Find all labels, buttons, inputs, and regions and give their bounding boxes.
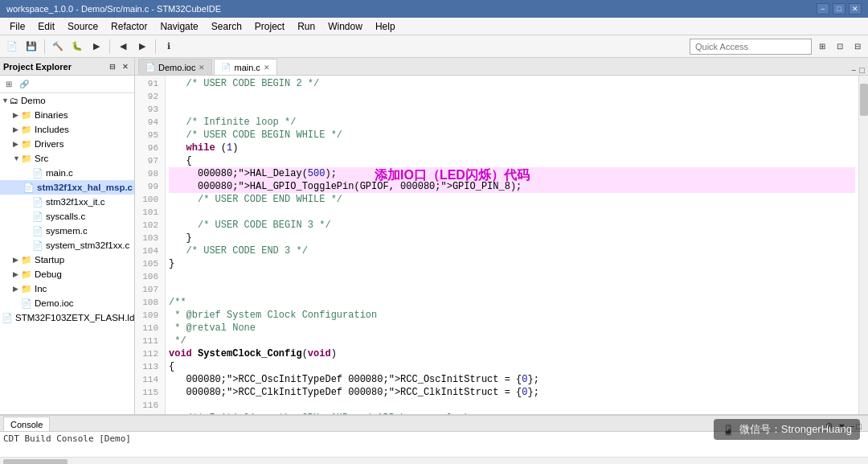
tree-item[interactable]: ▶📁Startup bbox=[0, 253, 134, 267]
code-line: /* USER CODE BEGIN WHILE */ bbox=[169, 129, 855, 142]
run-button[interactable]: ▶ bbox=[88, 38, 105, 55]
tree-arrow: ▶ bbox=[13, 285, 21, 293]
tree-item[interactable]: 📄main.c bbox=[0, 166, 134, 180]
tree-item[interactable]: 📄system_stm32f1xx.c bbox=[0, 238, 134, 253]
view-button-1[interactable]: ⊡ bbox=[833, 39, 847, 54]
tree-item[interactable]: ▶📁Inc bbox=[0, 281, 134, 296]
tree-arrow: ▼ bbox=[2, 96, 10, 105]
debug-button[interactable]: 🐛 bbox=[68, 38, 86, 55]
line-number: 111 bbox=[135, 335, 162, 347]
line-number: 103 bbox=[135, 232, 162, 244]
tree-arrow: ▶ bbox=[13, 140, 21, 148]
tab-close-demo-ioc[interactable]: ✕ bbox=[199, 64, 205, 72]
code-line: } bbox=[169, 257, 855, 270]
line-number: 110 bbox=[135, 322, 162, 335]
tree-label: sysmem.c bbox=[46, 226, 88, 236]
tab-main-c[interactable]: 📄 main.c ✕ bbox=[214, 59, 276, 75]
code-editor[interactable]: /* USER CODE BEGIN 2 */ /* Infinite loop… bbox=[166, 76, 858, 414]
build-button[interactable]: 🔨 bbox=[49, 38, 67, 55]
panel-toolbar: ⊞ 🔗 bbox=[0, 76, 134, 93]
line-number: 113 bbox=[135, 360, 162, 373]
back-button[interactable]: ◀ bbox=[114, 38, 132, 55]
tree-icon: 📄 bbox=[32, 211, 43, 222]
main-area: Project Explorer ⊟ ✕ ⊞ 🔗 ▼🗂Demo▶📁Binarie… bbox=[0, 58, 868, 414]
perspective-button[interactable]: ⊞ bbox=[815, 39, 829, 54]
menu-search[interactable]: Search bbox=[205, 18, 248, 35]
tree-label: syscalls.c bbox=[46, 211, 85, 221]
tree-arrow: ▶ bbox=[13, 270, 21, 278]
tree-item[interactable]: ▶📁Includes bbox=[0, 122, 134, 137]
link-button[interactable]: 🔗 bbox=[17, 77, 31, 92]
line-number: 107 bbox=[135, 283, 162, 296]
line-number: 115 bbox=[135, 386, 162, 399]
tree-item[interactable]: ▶📁Drivers bbox=[0, 137, 134, 151]
code-line: { bbox=[169, 360, 855, 373]
line-number: 95 bbox=[135, 129, 162, 142]
scroll-thumb[interactable] bbox=[860, 84, 868, 116]
tree-item[interactable]: 📄Demo.ioc bbox=[0, 296, 134, 310]
minimize-button[interactable]: − bbox=[817, 3, 829, 14]
vertical-scrollbar[interactable] bbox=[858, 76, 868, 414]
tree-item[interactable]: ▶📁Binaries bbox=[0, 108, 134, 122]
code-line: */ bbox=[169, 335, 855, 347]
editor-min-button[interactable]: − bbox=[851, 65, 856, 75]
close-button[interactable]: ✕ bbox=[849, 3, 862, 14]
menu-help[interactable]: Help bbox=[369, 18, 402, 35]
tab-close-main-c[interactable]: ✕ bbox=[264, 64, 270, 72]
console-options-button[interactable]: ▼ bbox=[837, 421, 846, 431]
line-number: 100 bbox=[135, 193, 162, 206]
console-min-button[interactable]: − bbox=[850, 421, 854, 431]
tree-item[interactable]: 📄sysmem.c bbox=[0, 224, 134, 238]
menu-refactor[interactable]: Refactor bbox=[104, 18, 154, 35]
code-line bbox=[169, 283, 855, 296]
tree-icon: 📄 bbox=[32, 197, 43, 207]
tree-arrow: ▶ bbox=[13, 111, 21, 119]
code-line bbox=[169, 399, 855, 412]
menu-file[interactable]: File bbox=[3, 18, 31, 35]
console-tab[interactable]: Console bbox=[3, 417, 50, 431]
editor-tabs: 📄 Demo.ioc ✕ 📄 main.c ✕ − □ bbox=[135, 58, 868, 76]
panel-title: Project Explorer bbox=[3, 62, 72, 72]
menu-project[interactable]: Project bbox=[248, 18, 291, 35]
info-button[interactable]: ℹ bbox=[160, 38, 178, 55]
maximize-button[interactable]: □ bbox=[833, 3, 845, 14]
code-container: 9192939495969798991001011021031041051061… bbox=[135, 76, 868, 414]
tree-item[interactable]: 📄stm32f1xx_it.c bbox=[0, 195, 134, 209]
menu-navigate[interactable]: Navigate bbox=[154, 18, 204, 35]
new-button[interactable]: 📄 bbox=[3, 38, 21, 55]
project-explorer-panel: Project Explorer ⊟ ✕ ⊞ 🔗 ▼🗂Demo▶📁Binarie… bbox=[0, 58, 135, 414]
view-button-2[interactable]: ⊟ bbox=[850, 39, 865, 54]
menu-source[interactable]: Source bbox=[61, 18, 104, 35]
panel-close-button[interactable]: ✕ bbox=[120, 61, 131, 72]
menu-run[interactable]: Run bbox=[291, 18, 321, 35]
editor-max-button[interactable]: □ bbox=[859, 65, 865, 75]
code-line: /** Initializes the CPU, AHB and APB bus… bbox=[169, 412, 855, 414]
tree-item[interactable]: 📄stm32f1xx_hal_msp.c bbox=[0, 180, 134, 195]
tab-demo-ioc[interactable]: 📄 Demo.ioc ✕ bbox=[138, 59, 212, 75]
quick-access-input[interactable] bbox=[690, 39, 812, 55]
tree-label: Binaries bbox=[35, 110, 68, 120]
save-button[interactable]: 💾 bbox=[23, 38, 40, 55]
menu-window[interactable]: Window bbox=[321, 18, 369, 35]
code-line: while (1) bbox=[169, 142, 855, 154]
tree-icon: 📁 bbox=[21, 139, 32, 150]
code-line: * @retval None bbox=[169, 322, 855, 335]
h-scroll-thumb[interactable] bbox=[3, 459, 68, 465]
console-max-button[interactable]: □ bbox=[856, 421, 862, 431]
horizontal-scrollbar[interactable] bbox=[0, 457, 868, 464]
tree-icon: 📁 bbox=[21, 125, 32, 135]
code-line: 000080;">RCC_OscInitTypeDef 000080;">RCC… bbox=[169, 373, 855, 386]
tree-item[interactable]: ▶📁Debug bbox=[0, 267, 134, 281]
menu-edit[interactable]: Edit bbox=[31, 18, 61, 35]
forward-button[interactable]: ▶ bbox=[133, 38, 151, 55]
tree-item[interactable]: ▼📁Src bbox=[0, 151, 134, 166]
tree-item[interactable]: 📄STM32F103ZETX_FLASH.ld bbox=[0, 310, 134, 325]
editor-area: 📄 Demo.ioc ✕ 📄 main.c ✕ − □ 919293949596… bbox=[135, 58, 868, 414]
tree-icon: 📄 bbox=[32, 168, 43, 179]
tree-item[interactable]: ▼🗂Demo bbox=[0, 93, 134, 108]
code-line: 000080;">HAL_Delay(500); bbox=[169, 167, 855, 180]
console-clear-button[interactable]: ⊘ bbox=[825, 421, 833, 431]
collapse-all-button[interactable]: ⊞ bbox=[2, 77, 16, 92]
tree-item[interactable]: 📄syscalls.c bbox=[0, 209, 134, 224]
panel-collapse-button[interactable]: ⊟ bbox=[107, 61, 118, 72]
